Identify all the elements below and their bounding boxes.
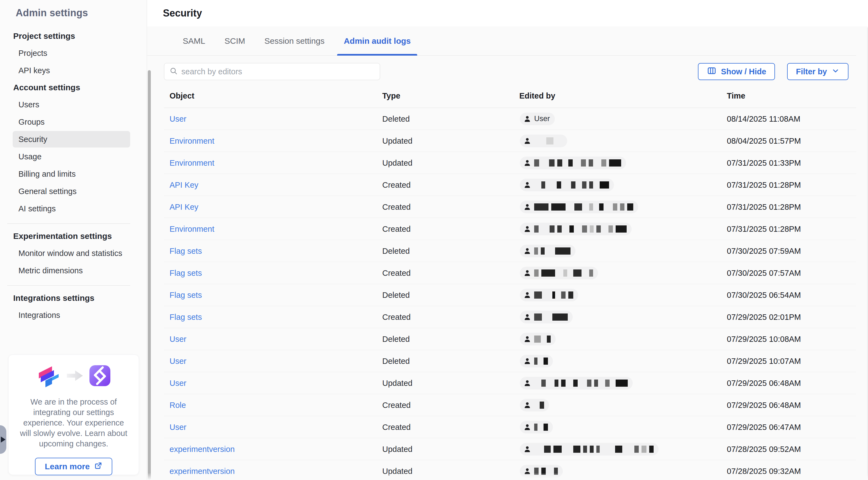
search-box: [164, 63, 380, 80]
redacted-block: [556, 137, 562, 145]
redacted-block: [558, 269, 561, 277]
object-link[interactable]: experimentversion: [169, 445, 235, 454]
tab-admin-audit-logs[interactable]: Admin audit logs: [337, 26, 417, 55]
tab-scim[interactable]: SCIM: [218, 26, 252, 55]
redacted-block: [602, 446, 612, 453]
redacted-block: [540, 424, 541, 431]
redacted-block: [534, 335, 541, 343]
object-link[interactable]: User: [169, 114, 186, 123]
search-input[interactable]: [181, 67, 375, 76]
object-link[interactable]: Environment: [169, 136, 214, 145]
sidebar-item-general-settings[interactable]: General settings: [13, 183, 130, 200]
learn-more-button[interactable]: Learn more: [35, 458, 112, 475]
sidebar-item-integrations[interactable]: Integrations: [13, 307, 130, 323]
editor-cell: User: [519, 113, 555, 125]
object-link[interactable]: User: [169, 422, 186, 431]
redacted-block: [627, 203, 633, 211]
table-row: UserDeletedUser08/14/2025 11:08AM: [164, 108, 856, 130]
external-link-icon: [94, 461, 102, 472]
redacted-block: [589, 181, 593, 188]
redacted-block: [568, 159, 573, 167]
redacted-block: [577, 226, 579, 233]
time-cell: 07/29/2025 10:07AM: [727, 356, 801, 365]
redacted-block: [601, 380, 602, 387]
filter-by-button[interactable]: Filter by: [787, 63, 848, 80]
redacted-block: [625, 446, 631, 453]
time-cell: 07/29/2025 06:48AM: [727, 379, 801, 388]
redacted-block: [612, 380, 613, 387]
time-cell: 07/29/2025 06:47AM: [727, 422, 801, 431]
sidebar-item-ai-settings[interactable]: AI settings: [13, 200, 130, 217]
sidebar-item-groups[interactable]: Groups: [13, 114, 130, 130]
table-row: Flag setsCreated07/30/2025 07:57AM: [164, 262, 856, 284]
sidebar-item-projects[interactable]: Projects: [13, 45, 130, 61]
column-header-time: Time: [727, 91, 745, 100]
type-cell: Updated: [382, 379, 412, 388]
redacted-block: [565, 159, 565, 167]
redacted-block: [541, 468, 546, 475]
type-cell: Deleted: [382, 114, 410, 123]
redacted-block: [534, 313, 542, 321]
object-link[interactable]: Flag sets: [169, 268, 202, 277]
sidebar-item-metric-dimensions[interactable]: Metric dimensions: [13, 262, 130, 279]
redacted-block: [600, 181, 609, 188]
object-link[interactable]: User: [169, 334, 186, 343]
redacted-block: [544, 424, 548, 431]
editor-cell: [519, 134, 567, 147]
editor-badge: [520, 289, 578, 301]
sidebar: Admin settings Project settingsProjectsA…: [0, 0, 147, 480]
sidebar-item-users[interactable]: Users: [13, 96, 130, 113]
main-content: Security SAMLSCIMSession settingsAdmin a…: [147, 0, 868, 480]
person-icon: [523, 137, 531, 145]
redacted-block: [544, 358, 548, 365]
redacted-block: [616, 380, 628, 387]
redacted-block: [581, 380, 584, 387]
object-link[interactable]: User: [169, 356, 186, 365]
redacted-block: [615, 446, 622, 453]
object-link[interactable]: Flag sets: [169, 290, 202, 299]
editor-badge: [520, 267, 598, 279]
object-link[interactable]: experimentversion: [169, 467, 235, 476]
time-cell: 07/31/2025 01:28PM: [727, 180, 801, 189]
redacted-block: [571, 181, 576, 188]
sidebar-item-api-keys[interactable]: API keys: [13, 62, 130, 79]
learn-more-label: Learn more: [45, 462, 90, 471]
object-link[interactable]: API Key: [169, 202, 198, 211]
arrow-right-icon: [66, 369, 83, 383]
redacted-block: [585, 203, 586, 211]
redacted-block: [540, 401, 544, 409]
show-hide-columns-button[interactable]: Show / Hide: [698, 63, 775, 80]
object-link[interactable]: Environment: [169, 158, 214, 167]
show-hide-label: Show / Hide: [721, 67, 766, 76]
object-link[interactable]: Flag sets: [169, 312, 202, 322]
editor-badge: [520, 355, 553, 367]
tab-saml[interactable]: SAML: [176, 26, 212, 55]
audit-log-table: ObjectTypeEdited byTime UserDeletedUser0…: [164, 80, 856, 480]
table-row: API KeyCreated07/31/2025 01:28PM: [164, 196, 856, 218]
redacted-block: [564, 446, 570, 453]
toolbar: Show / Hide Filter by: [164, 63, 848, 80]
chevron-down-icon: [831, 67, 840, 77]
editor-badge: User: [520, 113, 555, 125]
object-link[interactable]: User: [169, 379, 186, 388]
object-link[interactable]: Environment: [169, 224, 214, 233]
sidebar-item-monitor-window-and-statistics[interactable]: Monitor window and statistics: [13, 245, 130, 262]
page-title: Security: [163, 7, 202, 19]
object-link[interactable]: API Key: [169, 180, 198, 189]
editor-badge: [520, 179, 614, 191]
redacted-block: [555, 380, 558, 387]
redacted-block: [564, 181, 568, 188]
type-cell: Created: [382, 202, 411, 211]
drawer-collapse-handle[interactable]: [0, 425, 6, 454]
object-link[interactable]: Role: [169, 400, 186, 410]
redacted-block: [561, 380, 565, 387]
redacted-block: [549, 468, 551, 475]
tab-session-settings[interactable]: Session settings: [258, 26, 331, 55]
object-link[interactable]: Flag sets: [169, 246, 202, 256]
editor-cell: [519, 179, 614, 191]
redacted-block: [568, 203, 571, 211]
sidebar-item-billing-and-limits[interactable]: Billing and limits: [13, 166, 130, 182]
editor-cell: [519, 399, 549, 412]
sidebar-item-security[interactable]: Security: [13, 131, 130, 148]
sidebar-item-usage[interactable]: Usage: [13, 148, 130, 165]
